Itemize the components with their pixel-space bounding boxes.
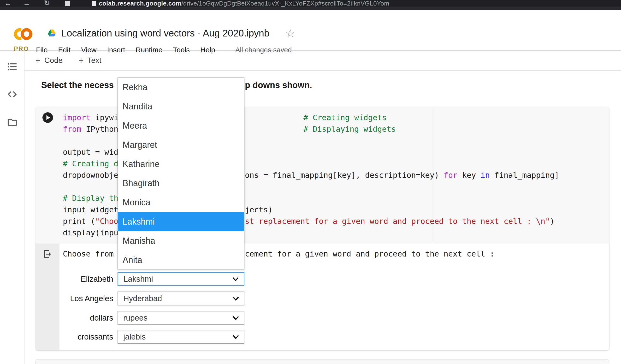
dropdown-option[interactable]: Monica: [118, 193, 244, 212]
cell-toolbar: + Code + Text: [35, 54, 102, 67]
toolbar-divider: [24, 70, 621, 70]
code-comment: # Display th: [63, 192, 118, 204]
page-icon: [65, 1, 70, 6]
add-text-button[interactable]: + Text: [78, 56, 102, 65]
reload-icon[interactable]: ↻: [44, 0, 50, 7]
instruction-text-left: Select the necess: [41, 79, 114, 91]
dropdown-option[interactable]: Nandita: [118, 97, 244, 116]
output-text-right: cement for a given word and proceed to t…: [245, 248, 494, 260]
add-code-button[interactable]: + Code: [35, 56, 63, 65]
browser-toolbar-edge: [0, 7, 621, 10]
plus-icon: +: [35, 56, 40, 65]
dropdown-option[interactable]: Meera: [118, 116, 244, 135]
widget-label-los-angeles: Los Angeles: [50, 292, 113, 305]
menu-item-insert[interactable]: Insert: [107, 46, 125, 54]
output-text-left: Choose from: [63, 248, 114, 260]
dropdown-option[interactable]: Manisha: [118, 231, 244, 250]
menu-item-view[interactable]: View: [81, 46, 96, 54]
plus-icon: +: [78, 56, 84, 65]
dropdown-select-croissants[interactable]: jalebis: [118, 330, 244, 344]
table-of-contents-icon[interactable]: [7, 61, 18, 72]
dropdown-option[interactable]: Anita: [118, 250, 244, 270]
code-line-continuation: st replacement for a given word and proc…: [245, 215, 554, 227]
colab-window: ← → ↻ colab.research.google.com/drive/1o…: [0, 0, 621, 364]
address-bar[interactable]: colab.research.google.com/drive/1oGqwDgD…: [99, 0, 389, 7]
files-folder-icon[interactable]: [7, 116, 18, 127]
code-comment: # Creating d: [63, 158, 118, 169]
dropdown-select-dollars[interactable]: rupees: [118, 311, 244, 325]
code-line: input_widget: [63, 204, 118, 215]
output-icon: [42, 249, 53, 259]
code-line-continuation: ons = final_mapping[key], description=ke…: [245, 169, 559, 181]
url-domain: colab.research.google.com: [99, 0, 181, 7]
widget-label-elizabeth: Elizabeth: [50, 272, 113, 286]
sidebar-divider: [24, 50, 24, 364]
code-line: from IPython: [63, 123, 118, 135]
next-cell[interactable]: [35, 359, 609, 364]
dropdown-select-elizabeth[interactable]: Lakshmi: [118, 272, 244, 286]
dropdown-option[interactable]: Katharine: [118, 155, 244, 174]
forward-icon[interactable]: →: [23, 0, 30, 7]
menu-item-help[interactable]: Help: [200, 46, 215, 54]
open-dropdown-menu: Rekha Nandita Meera Margaret Katharine B…: [118, 77, 244, 269]
code-line: print ("Choo: [63, 215, 118, 227]
lock-icon: [92, 1, 96, 6]
code-snippets-icon[interactable]: [7, 89, 18, 100]
url-path: /drive/1oGqwDgDgtBeiXoeaq1uvX-_KxLYoFZXp…: [181, 0, 389, 7]
menubar: File Edit View Insert Runtime Tools Help…: [36, 46, 292, 54]
chevron-down-icon: [232, 296, 239, 301]
chevron-down-icon: [232, 316, 239, 320]
save-status[interactable]: All changes saved: [235, 46, 292, 54]
dropdown-option[interactable]: Rekha: [118, 78, 244, 97]
dropdown-option[interactable]: Margaret: [118, 135, 244, 155]
menu-item-runtime[interactable]: Runtime: [136, 46, 163, 54]
chevron-down-icon: [232, 277, 239, 281]
widget-label-dollars: dollars: [50, 311, 113, 325]
code-line: import ipywi: [63, 112, 118, 123]
code-comment: # Creating widgets: [303, 112, 387, 123]
star-icon[interactable]: ☆: [285, 28, 295, 39]
run-cell-button[interactable]: [42, 112, 53, 123]
code-line-continuation: jects): [245, 204, 273, 215]
code-line: output = wid: [63, 146, 118, 158]
instruction-text-right: p downs shown.: [245, 79, 312, 91]
notebook-title[interactable]: Localization using word vectors - Aug 20…: [61, 28, 269, 39]
colab-logo: [11, 26, 34, 42]
chevron-down-icon: [232, 335, 239, 339]
notebook-header: PRO Localization using word vectors - Au…: [0, 10, 621, 51]
dropdown-option-selected[interactable]: Lakshmi: [118, 212, 244, 231]
menu-item-tools[interactable]: Tools: [173, 46, 190, 54]
menu-item-edit[interactable]: Edit: [58, 46, 70, 54]
back-icon[interactable]: ←: [4, 0, 12, 7]
code-comment: # Displaying widgets: [303, 123, 396, 135]
menu-item-file[interactable]: File: [36, 46, 48, 54]
pro-badge: PRO: [14, 45, 29, 52]
code-line: display(inpu: [63, 227, 118, 239]
widget-label-croissants: croissants: [50, 330, 113, 344]
browser-toolbar: ← → ↻ colab.research.google.com/drive/1o…: [0, 0, 621, 7]
dropdown-select-los-angeles[interactable]: Hyderabad: [118, 292, 244, 305]
code-line: dropdownobje: [63, 169, 118, 181]
dropdown-option[interactable]: Bhagirath: [118, 174, 244, 193]
drive-icon: [47, 28, 57, 38]
